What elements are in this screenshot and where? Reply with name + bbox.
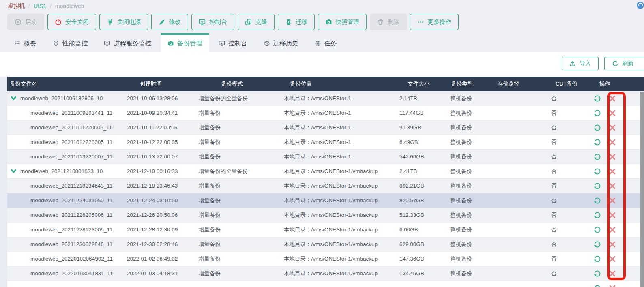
modify-button[interactable]: 修改 [151, 14, 188, 30]
restore-icon[interactable] [593, 167, 601, 176]
table-row[interactable]: moodleweb_20211230022846_11 2021-12-30 0… [7, 237, 644, 252]
delete-icon[interactable] [608, 211, 616, 219]
restore-icon[interactable] [593, 182, 601, 190]
delete-icon[interactable] [608, 270, 616, 278]
backup-file-name: moodleweb_20211230022846_11 [30, 241, 112, 247]
delete-icon[interactable] [608, 240, 616, 248]
trash-icon [377, 19, 384, 26]
table-row[interactable]: moodleweb_20211228123009_11 2021-12-28 1… [7, 223, 644, 237]
tab-console[interactable]: 控制台 [212, 33, 254, 52]
delete-icon[interactable] [608, 153, 616, 161]
delete-icon[interactable] [608, 255, 616, 263]
user-help-icon[interactable] [637, 2, 644, 9]
table-row[interactable]: moodleweb_20211013220007_11 2021-10-13 2… [7, 150, 644, 164]
table-row[interactable]: moodleweb_20220103041831_11 2022-01-03 0… [7, 266, 644, 281]
column-header: 创建时间 [127, 80, 199, 88]
pencil-icon [159, 19, 165, 26]
row-operations [580, 226, 644, 234]
breadcrumb-separator: / [28, 3, 30, 9]
start-button[interactable]: 启动 [7, 14, 44, 30]
breadcrumb-cluster[interactable]: UIS1 [34, 3, 46, 9]
restore-icon[interactable] [593, 153, 601, 161]
cbt-backup-flag: 否 [545, 124, 580, 131]
table-row[interactable]: moodleweb_20211226205006_11 2021-12-26 2… [7, 208, 644, 223]
tab-process-service-monitor[interactable]: 进程服务监控 [97, 33, 158, 52]
cbt-backup-flag: 否 [545, 255, 580, 263]
backup-file-name: moodleweb_20211013220007_11 [30, 154, 112, 160]
tab-overview[interactable]: 概要 [7, 33, 43, 52]
vertical-scrollbar-thumb[interactable] [640, 92, 644, 287]
refresh-button[interactable]: 刷新 [604, 57, 644, 70]
table-row[interactable]: moodleweb_20211011220006_11 2021-10-11 2… [7, 120, 644, 135]
breadcrumb: 虚拟机 / UIS1 / moodleweb [0, 0, 644, 12]
tab-tasks[interactable]: 任务 [308, 33, 344, 52]
clone-button[interactable]: 克隆 [238, 14, 275, 30]
migrate-button[interactable]: 迁移 [278, 14, 315, 30]
backup-type: 整机备份 [450, 197, 497, 204]
breadcrumb-vm-root[interactable]: 虚拟机 [8, 2, 25, 10]
tab-performance-monitor[interactable]: 性能监控 [46, 33, 94, 52]
delete-icon[interactable] [608, 109, 616, 117]
restore-icon[interactable] [593, 270, 601, 278]
backup-file-name: moodleweb_20211224031050_11 [30, 197, 112, 203]
table-row[interactable]: moodleweb_20211224031050_11 2021-12-24 0… [7, 193, 644, 208]
tab-label: 性能监控 [62, 39, 88, 48]
restore-icon[interactable] [593, 138, 601, 146]
restore-icon[interactable] [593, 124, 601, 132]
delete-icon[interactable] [608, 167, 616, 176]
restore-icon[interactable] [593, 226, 601, 234]
restore-icon[interactable] [593, 109, 601, 117]
chevron-down-icon[interactable] [11, 168, 17, 174]
cbt-backup-flag: 否 [545, 95, 580, 102]
button-label: 控制台 [209, 18, 227, 26]
delete-icon[interactable] [608, 124, 616, 132]
restore-icon[interactable] [593, 284, 601, 287]
delete-icon[interactable] [608, 94, 616, 103]
chevron-down-icon[interactable] [11, 95, 17, 101]
tab-label: 进程服务监控 [114, 39, 151, 48]
more-actions-button[interactable]: 更多操作 [410, 14, 459, 30]
console-button[interactable]: 控制台 [191, 14, 234, 30]
restore-icon[interactable] [593, 197, 601, 205]
tab-backup-management[interactable]: 备份管理 [161, 33, 209, 52]
file-size: 147.36GB [399, 256, 450, 262]
backup-file-name: moodleweb_20220102064902_11 [30, 256, 113, 262]
restore-icon[interactable] [593, 255, 601, 263]
delete-button[interactable]: 删除 [370, 14, 407, 30]
row-operations [580, 270, 644, 278]
table-row[interactable]: moodleweb_20211012220005_11 2021-10-12 2… [7, 135, 644, 150]
power-off-button[interactable]: 关闭电源 [99, 14, 148, 30]
file-size: 6.00GB [399, 227, 450, 233]
tab-label: 迁移历史 [273, 39, 298, 48]
backup-file-name: moodleweb_20211009203441_11 [30, 110, 112, 116]
table-row[interactable]: moodleweb_20211006132806_10 2021-10-06 1… [7, 91, 644, 106]
migrate-icon [285, 19, 292, 26]
safe-shutdown-button[interactable]: 安全关闭 [47, 14, 96, 30]
table-row[interactable] [7, 281, 644, 287]
ellipsis-icon [417, 19, 424, 26]
delete-icon[interactable] [608, 226, 616, 234]
delete-icon[interactable] [608, 182, 616, 190]
column-header: 操作 [580, 80, 644, 88]
delete-icon[interactable] [608, 138, 616, 146]
file-size: 2.14TB [399, 95, 450, 101]
cbt-backup-flag: 否 [545, 182, 580, 190]
import-button[interactable]: 导入 [562, 57, 599, 70]
delete-icon[interactable] [608, 197, 616, 205]
table-row[interactable]: moodleweb_20211009203441_11 2021-10-09 2… [7, 106, 644, 120]
tab-migration-history[interactable]: 迁移历史 [257, 33, 305, 52]
row-operations [580, 94, 644, 103]
restore-icon[interactable] [593, 240, 601, 248]
snapshot-manage-button[interactable]: 快照管理 [318, 14, 367, 30]
table-row[interactable]: moodleweb_20211210001633_10 2021-12-10 0… [7, 164, 644, 179]
restore-icon[interactable] [593, 211, 601, 219]
app-root: 虚拟机 / UIS1 / moodleweb 启动 安全关闭 关闭电源 修改 控… [0, 0, 644, 287]
restore-icon[interactable] [593, 94, 601, 103]
list-icon [14, 40, 21, 47]
backup-mode: 增量备份 [199, 197, 284, 204]
table-row[interactable]: moodleweb_20211218234643_11 2021-12-18 2… [7, 179, 644, 193]
table-row[interactable]: moodleweb_20220102064902_11 2022-01-02 0… [7, 252, 644, 266]
button-label: 修改 [169, 18, 181, 26]
delete-icon[interactable] [608, 284, 616, 287]
created-time: 2021-10-12 22:00:05 [127, 139, 199, 145]
